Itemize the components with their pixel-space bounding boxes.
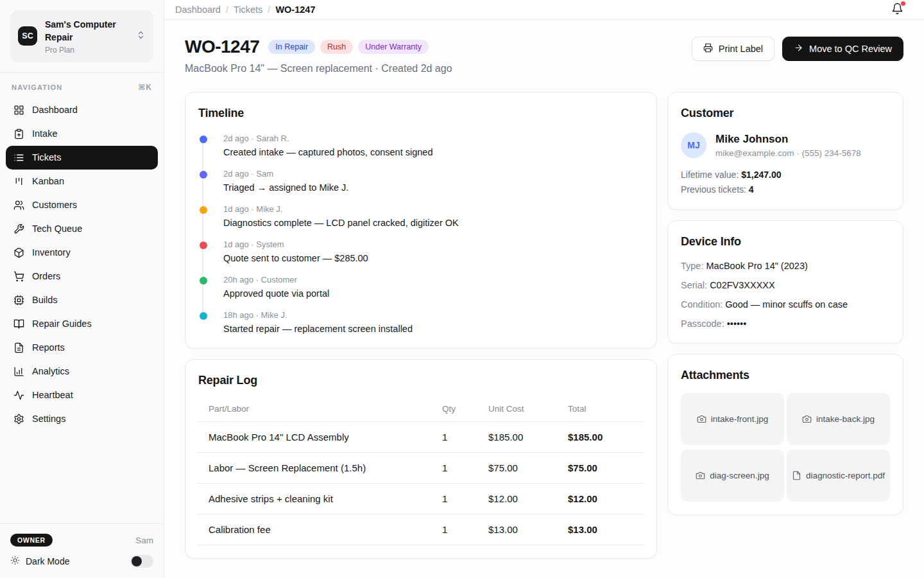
cell-unit: $185.00 — [488, 422, 568, 452]
sun-icon — [10, 556, 20, 567]
timeline-meta: 2d ago · Sarah R. — [223, 134, 644, 143]
device-field-label: Condition: — [681, 299, 723, 310]
tickets-icon — [13, 152, 24, 163]
device-field-condition: Condition: Good — minor scuffs on case — [681, 299, 890, 310]
sidebar-item-customers[interactable]: Customers — [6, 193, 158, 217]
attachments-card: Attachments intake-front.jpgintake-back.… — [667, 354, 903, 515]
chevrons-up-down-icon — [136, 30, 146, 42]
sidebar-item-label: Customers — [32, 200, 77, 210]
sidebar-item-heartbeat[interactable]: Heartbeat — [6, 383, 158, 407]
main-area: Dashboard/Tickets/WO-1247 WO-1247 In Rep… — [164, 0, 924, 578]
owner-name: Sam — [135, 536, 153, 545]
device-field-label: Type: — [681, 261, 703, 271]
sidebar-item-dashboard[interactable]: Dashboard — [6, 98, 158, 122]
timeline-text: Started repair — replacement screen inst… — [223, 324, 644, 334]
device-fields: Type: MacBook Pro 14" (2023)Serial: C02F… — [681, 261, 890, 329]
attachment-tile-intake-front-jpg[interactable]: intake-front.jpg — [681, 393, 784, 445]
attachment-tile-diagnostic-report-pdf[interactable]: diagnostic-report.pdf — [787, 450, 890, 502]
timeline-meta: 1d ago · System — [223, 240, 644, 249]
breadcrumb-item-dashboard[interactable]: Dashboard — [175, 4, 221, 15]
dark-mode-label: Dark Mode — [26, 556, 69, 566]
timeline-meta: 2d ago · Sam — [223, 169, 644, 179]
sidebar-nav: DashboardIntakeTicketsKanbanCustomersTec… — [0, 98, 164, 431]
dark-mode-toggle[interactable] — [130, 555, 153, 568]
page-header: WO-1247 In RepairRushUnder Warranty MacB… — [164, 20, 924, 74]
sidebar-footer: OWNER Sam Dark Mode — [0, 523, 164, 578]
org-plan: Pro Plan — [45, 46, 128, 55]
device-field-value: Good — minor scuffs on case — [725, 299, 848, 310]
device-field-serial: Serial: C02FV3XXXXX — [681, 280, 890, 290]
org-selector[interactable]: SC Sam's Computer Repair Pro Plan — [10, 10, 153, 62]
settings-icon — [13, 414, 24, 425]
sidebar-item-label: Settings — [32, 414, 65, 424]
sidebar-item-reports[interactable]: Reports — [6, 336, 158, 360]
attachment-name: intake-back.jpg — [816, 414, 875, 424]
timeline-event: 1d ago · SystemQuote sent to customer — … — [199, 240, 644, 263]
sidebar-item-analytics[interactable]: Analytics — [6, 360, 158, 383]
timeline-event: 18h ago · Mike J.Started repair — replac… — [199, 310, 644, 334]
book-icon — [13, 319, 24, 329]
analytics-icon — [13, 366, 24, 377]
sidebar-item-settings[interactable]: Settings — [6, 407, 158, 431]
cpu-icon — [13, 295, 24, 306]
sidebar-item-intake[interactable]: Intake — [6, 122, 158, 146]
file-icon — [792, 471, 801, 480]
repair-log-card: Repair Log Part/LaborQtyUnit CostTotalMa… — [185, 359, 657, 559]
cell-qty: 1 — [442, 484, 488, 514]
sidebar-item-repair-guides[interactable]: Repair Guides — [6, 312, 158, 336]
attachment-tile-diag-screen-jpg[interactable]: diag-screen.jpg — [681, 450, 784, 502]
sidebar-item-label: Builds — [32, 295, 58, 305]
column-header-part-labor: Part/Labor — [198, 396, 442, 421]
sidebar-item-label: Tickets — [32, 152, 61, 162]
sidebar-item-inventory[interactable]: Inventory — [6, 241, 158, 265]
customer-avatar: MJ — [681, 132, 706, 158]
wrench-icon — [13, 223, 24, 234]
attachments-title: Attachments — [681, 369, 890, 382]
timeline-meta: 1d ago · Mike J. — [223, 204, 644, 214]
print-label-button[interactable]: Print Label — [692, 37, 774, 61]
notifications-button[interactable] — [889, 0, 906, 19]
attachment-tile-intake-back-jpg[interactable]: intake-back.jpg — [787, 393, 890, 445]
timeline-dot — [200, 136, 207, 143]
column-header-total: Total — [568, 396, 644, 421]
device-field-passcode: Passcode: •••••• — [681, 319, 890, 329]
table-row: Adhesive strips + cleaning kit1$12.00$12… — [198, 484, 644, 514]
intake-icon — [13, 128, 24, 139]
sidebar-item-label: Dashboard — [32, 105, 78, 115]
timeline-text: Triaged → assigned to Mike J. — [223, 182, 644, 193]
cell-total: $185.00 — [568, 422, 644, 452]
sidebar-item-builds[interactable]: Builds — [6, 288, 158, 312]
customer-title: Customer — [681, 107, 890, 120]
sidebar-item-orders[interactable]: Orders — [6, 265, 158, 288]
cell-part: Calibration fee — [198, 514, 442, 545]
device-field-value: MacBook Pro 14" (2023) — [706, 261, 808, 271]
timeline-dot — [200, 277, 207, 285]
cart-icon — [13, 271, 24, 282]
sidebar-item-kanban[interactable]: Kanban — [6, 170, 158, 193]
cell-part: Adhesive strips + cleaning kit — [198, 484, 442, 514]
breadcrumb-separator: / — [268, 4, 270, 15]
sidebar-item-tech-queue[interactable]: Tech Queue — [6, 217, 158, 241]
sidebar-item-tickets[interactable]: Tickets — [6, 146, 158, 170]
customers-icon — [13, 200, 24, 211]
breadcrumb-item-tickets[interactable]: Tickets — [234, 4, 262, 15]
previous-tickets: Previous tickets: 4 — [681, 183, 890, 196]
device-field-value: •••••• — [727, 319, 746, 329]
sidebar-item-label: Heartbeat — [32, 390, 73, 400]
status-badge-in-repair: In Repair — [268, 40, 315, 54]
cell-qty: 1 — [442, 453, 488, 483]
cell-part: Labor — Screen Replacement (1.5h) — [198, 453, 442, 483]
table-row: Calibration fee1$13.00$13.00 — [198, 514, 644, 545]
cell-unit: $75.00 — [488, 453, 568, 483]
customer-contact: mike@example.com · (555) 234-5678 — [715, 148, 861, 158]
breadcrumb-item-wo-1247: WO-1247 — [275, 4, 315, 15]
customer-card: Customer MJ Mike Johnson mike@example.co… — [667, 92, 903, 210]
timeline-dot — [200, 312, 207, 320]
sidebar: SC Sam's Computer Repair Pro Plan NAVIGA… — [0, 0, 164, 578]
repair-log-table: Part/LaborQtyUnit CostTotalMacBook Pro 1… — [198, 396, 644, 545]
move-to-qc-button[interactable]: Move to QC Review — [782, 37, 903, 61]
sidebar-item-label: Analytics — [32, 366, 69, 376]
timeline-list: 2d ago · Sarah R.Created intake — captur… — [198, 134, 644, 334]
cell-qty: 1 — [442, 422, 488, 452]
device-field-value: C02FV3XXXXX — [710, 280, 775, 290]
